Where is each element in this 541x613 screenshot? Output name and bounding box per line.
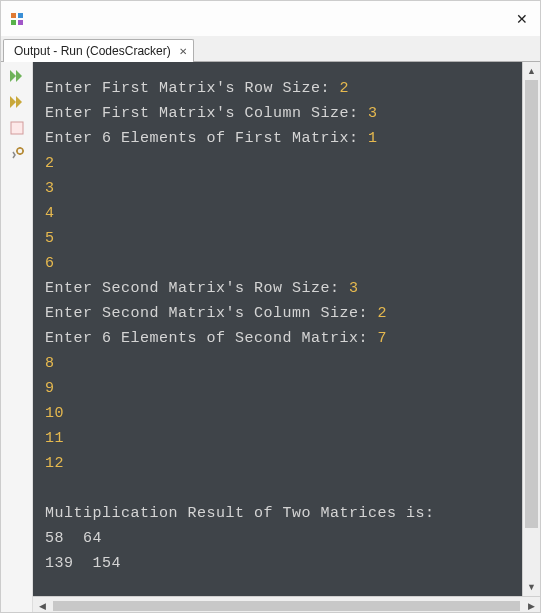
rerun-button[interactable]: [7, 66, 27, 86]
input-value: 3: [349, 280, 359, 297]
prompt-line: Enter Second Matrix's Row Size:: [45, 280, 349, 297]
input-value: 3: [45, 180, 55, 197]
svg-rect-2: [11, 20, 16, 25]
input-value: 2: [378, 305, 388, 322]
prompt-line: Enter 6 Elements of Second Matrix:: [45, 330, 378, 347]
input-value: 2: [340, 80, 350, 97]
input-value: 3: [368, 105, 378, 122]
scroll-right-icon[interactable]: ▶: [522, 597, 540, 613]
window-close-button[interactable]: ✕: [516, 11, 528, 27]
gutter-toolbar: [1, 62, 33, 613]
window-titlebar: ✕: [1, 1, 540, 36]
input-value: 4: [45, 205, 55, 222]
input-value: 5: [45, 230, 55, 247]
scroll-thumb-horizontal[interactable]: [53, 601, 520, 611]
input-value: 10: [45, 405, 64, 422]
result-header: Multiplication Result of Two Matrices is…: [45, 505, 435, 522]
input-value: 7: [378, 330, 388, 347]
input-value: 11: [45, 430, 64, 447]
tab-output-run[interactable]: Output - Run (CodesCracker) ✕: [3, 39, 194, 62]
tab-strip: Output - Run (CodesCracker) ✕: [1, 36, 540, 62]
svg-rect-3: [18, 20, 23, 25]
input-value: 2: [45, 155, 55, 172]
run-button[interactable]: [7, 92, 27, 112]
prompt-line: Enter First Matrix's Column Size:: [45, 105, 368, 122]
svg-point-5: [17, 148, 23, 154]
tab-label: Output - Run (CodesCracker): [14, 44, 171, 58]
input-value: 9: [45, 380, 55, 397]
input-value: 8: [45, 355, 55, 372]
result-row: 139 154: [45, 555, 121, 572]
svg-rect-4: [11, 122, 23, 134]
input-value: 6: [45, 255, 55, 272]
vertical-scrollbar[interactable]: ▲ ▼: [522, 62, 540, 596]
main-area: Enter First Matrix's Row Size: 2 Enter F…: [1, 62, 540, 613]
app-logo-icon: [9, 11, 25, 27]
scroll-left-icon[interactable]: ◀: [33, 597, 51, 613]
prompt-line: Enter Second Matrix's Column Size:: [45, 305, 378, 322]
scroll-thumb-vertical[interactable]: [525, 80, 538, 528]
console-body: Enter First Matrix's Row Size: 2 Enter F…: [33, 62, 540, 596]
result-row: 58 64: [45, 530, 102, 547]
stop-button[interactable]: [7, 118, 27, 138]
tab-close-icon[interactable]: ✕: [179, 46, 187, 57]
scroll-up-icon[interactable]: ▲: [523, 62, 540, 80]
prompt-line: Enter 6 Elements of First Matrix:: [45, 130, 368, 147]
settings-button[interactable]: [7, 144, 27, 164]
scroll-down-icon[interactable]: ▼: [523, 578, 540, 596]
svg-rect-0: [11, 13, 16, 18]
console-output: Enter First Matrix's Row Size: 2 Enter F…: [33, 62, 522, 596]
console-panel: Enter First Matrix's Row Size: 2 Enter F…: [33, 62, 540, 613]
prompt-line: Enter First Matrix's Row Size:: [45, 80, 340, 97]
horizontal-scrollbar[interactable]: ◀ ▶: [33, 596, 540, 613]
input-value: 12: [45, 455, 64, 472]
input-value: 1: [368, 130, 378, 147]
svg-rect-1: [18, 13, 23, 18]
